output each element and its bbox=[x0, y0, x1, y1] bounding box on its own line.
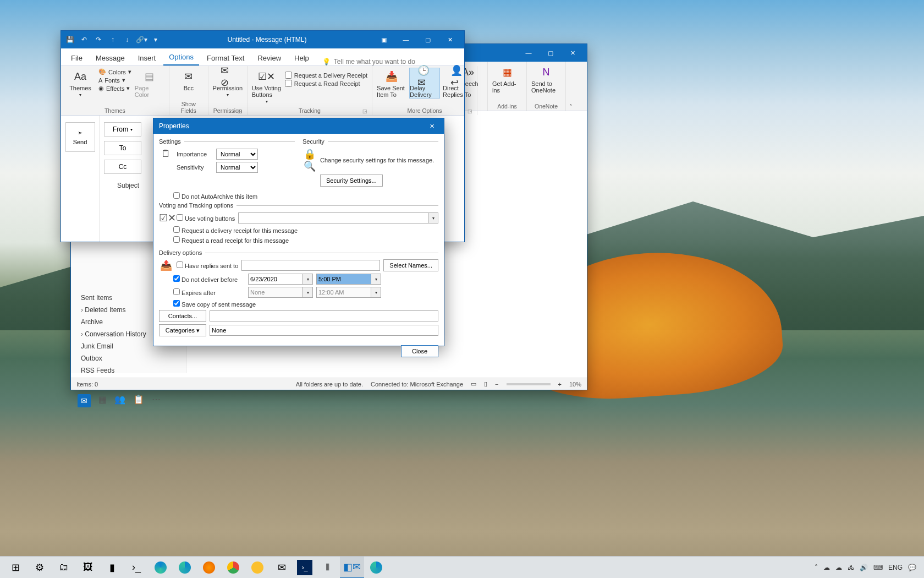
dialog-launcher-icon[interactable]: ◲ bbox=[362, 108, 367, 114]
sensitivity-select[interactable]: Normal bbox=[216, 162, 258, 173]
nav-more-icon[interactable]: ⋯ bbox=[152, 394, 161, 407]
zoom-out-button[interactable]: − bbox=[495, 381, 498, 388]
edge-icon[interactable] bbox=[148, 557, 173, 579]
replies-to-field[interactable] bbox=[241, 260, 380, 271]
get-addins-button[interactable]: ▦Get Add-ins bbox=[492, 64, 522, 94]
tray-cloud-icon[interactable]: ☁ bbox=[835, 564, 842, 571]
photos-icon[interactable]: 🖼 bbox=[76, 557, 100, 579]
mail-icon[interactable]: ✉ bbox=[270, 557, 294, 579]
send-to-onenote-button[interactable]: NSend to OneNote bbox=[531, 64, 561, 94]
nav-tasks-icon[interactable]: 📋 bbox=[133, 394, 144, 407]
to-button[interactable]: To bbox=[104, 141, 141, 155]
minimize-button[interactable]: — bbox=[395, 31, 417, 48]
outlook-taskbar-icon[interactable]: ◧✉ bbox=[340, 557, 364, 579]
expires-after-checkbox[interactable]: Expires after bbox=[173, 288, 245, 296]
deliver-date-field[interactable] bbox=[248, 274, 303, 285]
qat-redo-icon[interactable]: ↷ bbox=[93, 36, 104, 43]
qat-attach-icon[interactable]: 🔗▾ bbox=[136, 36, 147, 43]
fonts-button[interactable]: A Fonts ▾ bbox=[98, 77, 131, 84]
tab-file[interactable]: File bbox=[65, 51, 88, 66]
save-copy-checkbox[interactable]: Save copy of sent message bbox=[173, 300, 256, 308]
delay-delivery-button[interactable]: 🕒✉Delay Delivery bbox=[410, 68, 439, 98]
bcc-button[interactable]: ✉Bcc bbox=[174, 68, 204, 91]
contacts-button[interactable]: Contacts... bbox=[159, 310, 206, 322]
qat-customize-icon[interactable]: ▾ bbox=[150, 36, 161, 43]
zoom-slider[interactable] bbox=[507, 383, 551, 385]
tray-volume-icon[interactable]: 🔊 bbox=[860, 564, 868, 571]
page-color-button[interactable]: ▤Page Color bbox=[135, 68, 164, 98]
categories-button[interactable]: Categories ▾ bbox=[159, 324, 206, 336]
nav-mail-icon[interactable]: ✉ bbox=[78, 394, 91, 407]
chrome-icon[interactable] bbox=[221, 557, 245, 579]
cc-button[interactable]: Cc bbox=[104, 160, 141, 174]
tray-chevron-icon[interactable]: ˄ bbox=[815, 564, 818, 571]
tab-review[interactable]: Review bbox=[252, 51, 287, 66]
qat-save-icon[interactable]: 💾 bbox=[64, 36, 75, 43]
tray-network-icon[interactable]: 🖧 bbox=[848, 564, 854, 571]
close-button[interactable]: ✕ bbox=[439, 31, 461, 48]
voting-buttons-button[interactable]: ☑✕Use Voting Buttons▾ bbox=[252, 68, 282, 104]
tell-me-search[interactable]: 💡Tell me what you want to do bbox=[322, 58, 415, 66]
no-autoarchive-checkbox[interactable]: Do not AutoArchive this item bbox=[173, 192, 257, 200]
app-icon[interactable]: ⦀ bbox=[316, 557, 340, 579]
ribbon-options-button[interactable]: ▣ bbox=[373, 31, 395, 48]
maximize-button[interactable]: ▢ bbox=[417, 31, 439, 48]
edge-dev-icon[interactable] bbox=[364, 557, 388, 579]
nav-people-icon[interactable]: 👥 bbox=[114, 394, 125, 407]
close-button[interactable]: Close bbox=[401, 345, 438, 357]
tab-message[interactable]: Message bbox=[90, 51, 130, 66]
close-button[interactable]: ✕ bbox=[562, 44, 584, 62]
qat-undo-icon[interactable]: ↶ bbox=[79, 36, 90, 43]
dialog-launcher-icon[interactable]: ◲ bbox=[468, 108, 472, 114]
save-sent-item-to-button[interactable]: 📥Save Sent Item To bbox=[377, 68, 406, 98]
permission-button[interactable]: ✉⊘Permission▾ bbox=[213, 68, 243, 97]
powershell-icon[interactable]: ›_ bbox=[297, 560, 312, 575]
folder-rss-feeds[interactable]: RSS Feeds bbox=[71, 364, 186, 377]
tab-help[interactable]: Help bbox=[289, 51, 315, 66]
maximize-button[interactable]: ▢ bbox=[540, 44, 562, 62]
dialog-launcher-icon[interactable]: ◲ bbox=[238, 108, 243, 114]
time-dropdown-button[interactable]: ▾ bbox=[371, 274, 381, 285]
delivery-receipt-checkbox[interactable]: Request a delivery receipt for this mess… bbox=[173, 226, 298, 234]
deliver-time-field[interactable] bbox=[316, 274, 371, 285]
view-reading-icon[interactable]: ▯ bbox=[484, 380, 487, 388]
effects-button[interactable]: ◉ Effects ▾ bbox=[98, 85, 131, 92]
ribbon-collapse-icon[interactable]: ˄ bbox=[566, 62, 576, 111]
contacts-field[interactable] bbox=[210, 310, 438, 321]
tray-keyboard-icon[interactable]: ⌨ bbox=[873, 564, 883, 571]
edge-beta-icon[interactable] bbox=[173, 557, 197, 579]
settings-icon[interactable]: ⚙ bbox=[28, 557, 52, 579]
request-read-receipt-checkbox[interactable]: Request a Read Receipt bbox=[285, 80, 367, 87]
request-delivery-receipt-checkbox[interactable]: Request a Delivery Receipt bbox=[285, 72, 367, 79]
importance-select[interactable]: Normal bbox=[216, 149, 258, 160]
cmd-icon[interactable]: ›_ bbox=[124, 557, 148, 579]
select-names-button[interactable]: Select Names... bbox=[383, 259, 438, 271]
tab-insert[interactable]: Insert bbox=[133, 51, 162, 66]
qat-up-icon[interactable]: ↑ bbox=[107, 36, 118, 43]
tray-onedrive-icon[interactable]: ☁ bbox=[823, 564, 830, 571]
date-dropdown-button[interactable]: ▾ bbox=[303, 274, 313, 285]
direct-replies-to-button[interactable]: 👤↩Direct Replies To bbox=[443, 68, 472, 98]
file-explorer-icon[interactable]: 🗂 bbox=[52, 557, 76, 579]
tray-language[interactable]: ENG bbox=[888, 564, 903, 571]
send-button[interactable]: ➣Send bbox=[65, 122, 95, 152]
have-replies-checkbox[interactable]: Have replies sent to bbox=[177, 261, 238, 269]
themes-button[interactable]: AaThemes▾ bbox=[65, 68, 95, 97]
nav-calendar-icon[interactable]: ▦ bbox=[98, 394, 107, 407]
chrome-canary-icon[interactable] bbox=[245, 557, 270, 579]
tray-action-center-icon[interactable]: 💬 bbox=[908, 564, 916, 571]
not-deliver-before-checkbox[interactable]: Do not deliver before bbox=[173, 275, 245, 283]
view-normal-icon[interactable]: ▭ bbox=[471, 380, 476, 388]
voting-options-field[interactable] bbox=[238, 212, 428, 223]
terminal-icon[interactable]: ▮ bbox=[100, 557, 124, 579]
use-voting-checkbox[interactable]: Use voting buttons bbox=[177, 214, 235, 222]
tab-format-text[interactable]: Format Text bbox=[201, 51, 250, 66]
read-receipt-checkbox[interactable]: Request a read receipt for this message bbox=[173, 236, 289, 244]
firefox-icon[interactable] bbox=[197, 557, 221, 579]
dialog-close-button[interactable]: ✕ bbox=[423, 118, 441, 134]
voting-dropdown-button[interactable]: ▾ bbox=[428, 212, 438, 223]
qat-down-icon[interactable]: ↓ bbox=[122, 36, 133, 43]
start-button[interactable]: ⊞ bbox=[3, 557, 28, 579]
categories-field[interactable] bbox=[210, 325, 438, 336]
from-button[interactable]: From▾ bbox=[104, 122, 141, 137]
